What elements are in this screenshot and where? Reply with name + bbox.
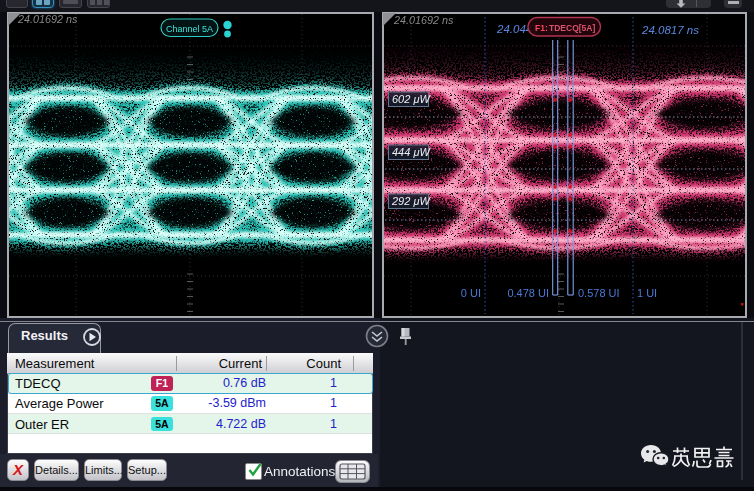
svg-text:TDECQ[5A]: TDECQ[5A]	[549, 23, 595, 33]
svg-text:24.0817 ns: 24.0817 ns	[641, 24, 699, 36]
svg-text:0 UI: 0 UI	[461, 287, 481, 299]
svg-text:0.478 UI: 0.478 UI	[507, 287, 549, 299]
svg-text:F1:: F1:	[535, 23, 548, 33]
svg-text:444 μW: 444 μW	[392, 146, 431, 158]
svg-text:602 μW: 602 μW	[392, 93, 431, 105]
svg-text:24.01692 ns: 24.01692 ns	[17, 13, 78, 25]
svg-text:Channel 5A: Channel 5A	[166, 24, 213, 34]
svg-text:0.578 UI: 0.578 UI	[578, 287, 620, 299]
svg-text:292 μW: 292 μW	[391, 195, 431, 207]
svg-text:24.01692 ns: 24.01692 ns	[393, 14, 454, 26]
svg-text:1 UI: 1 UI	[637, 287, 657, 299]
